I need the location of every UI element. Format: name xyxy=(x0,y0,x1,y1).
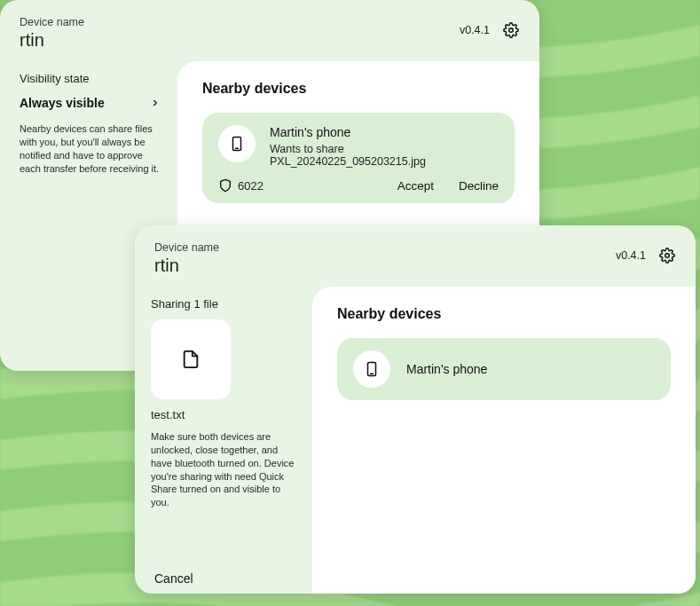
nearby-title: Nearby devices xyxy=(337,306,671,322)
gear-icon xyxy=(503,22,519,38)
nearby-title: Nearby devices xyxy=(202,81,515,97)
settings-button[interactable] xyxy=(658,247,676,264)
pin-code: 6022 xyxy=(238,179,263,193)
nearby-panel: Nearby devices Martin's phone xyxy=(312,287,696,594)
gear-icon xyxy=(659,248,675,264)
sidebar-sharing: Sharing 1 file test.txt Make sure both d… xyxy=(135,287,312,594)
shield-icon xyxy=(218,178,232,193)
version-label: v0.4.1 xyxy=(460,24,490,36)
window-send: Device name rtin v0.4.1 Sharing 1 file t… xyxy=(135,225,696,594)
settings-button[interactable] xyxy=(502,21,520,39)
phone-icon xyxy=(229,134,245,153)
header: Device name rtin v0.4.1 xyxy=(135,225,696,287)
decline-button[interactable]: Decline xyxy=(459,179,499,193)
visibility-label: Visibility state xyxy=(20,72,161,85)
sharing-hint: Make sure both devices are unlocked, clo… xyxy=(151,430,296,509)
incoming-request-card: Martin's phone Wants to share PXL_202402… xyxy=(202,113,515,203)
file-tile[interactable] xyxy=(151,319,231,399)
device-name-label: Device name xyxy=(154,241,219,254)
sharing-label: Sharing 1 file xyxy=(151,297,296,311)
svg-point-1 xyxy=(509,28,514,33)
accept-button[interactable]: Accept xyxy=(397,179,434,193)
request-device-name: Martin's phone xyxy=(270,125,499,139)
visibility-selector[interactable]: Always visible xyxy=(20,94,161,112)
cancel-button[interactable]: Cancel xyxy=(151,566,197,591)
device-avatar xyxy=(353,350,390,388)
device-name: rtin xyxy=(20,30,84,51)
device-avatar xyxy=(218,125,256,162)
visibility-hint: Nearby devices can share files with you,… xyxy=(20,122,161,175)
file-icon xyxy=(181,348,201,371)
chevron-right-icon xyxy=(149,97,161,109)
version-label: v0.4.1 xyxy=(616,249,646,262)
device-name: rtin xyxy=(154,256,219,276)
visibility-value: Always visible xyxy=(20,96,105,110)
device-name-label: Device name xyxy=(20,16,84,28)
header: Device name rtin v0.4.1 xyxy=(0,0,539,61)
nearby-device-name: Martin's phone xyxy=(406,362,487,376)
svg-point-4 xyxy=(665,254,670,258)
request-message: Wants to share PXL_20240225_095203215.jp… xyxy=(270,143,499,168)
file-name: test.txt xyxy=(151,408,296,421)
phone-icon xyxy=(364,359,380,379)
nearby-device[interactable]: Martin's phone xyxy=(337,338,671,400)
pin-row: 6022 xyxy=(218,178,263,193)
